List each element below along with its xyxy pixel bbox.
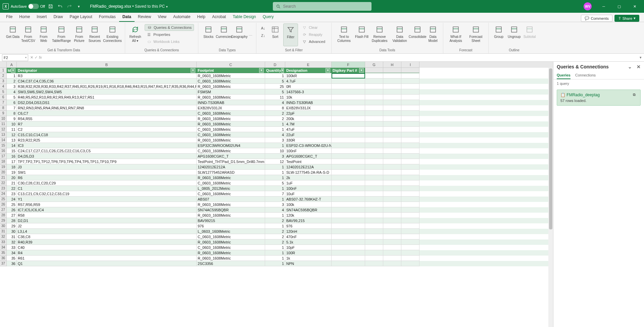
- filter-button[interactable]: Filter: [283, 23, 298, 46]
- cell[interactable]: [401, 175, 419, 180]
- cell[interactable]: [383, 239, 401, 245]
- cell[interactable]: [365, 121, 383, 127]
- cell[interactable]: [365, 148, 383, 154]
- tab-formulas[interactable]: Formulas: [96, 12, 119, 22]
- cell[interactable]: [401, 105, 419, 111]
- filter-dropdown-icon[interactable]: ▾: [359, 68, 364, 73]
- cell[interactable]: [365, 89, 383, 95]
- cell[interactable]: 36: [7, 261, 17, 266]
- table-row[interactable]: 3130L3,L4L_0603_1608Metric2120nH: [0, 229, 553, 234]
- what-if-analysis-button[interactable]: What-If Analysis: [446, 23, 465, 46]
- cell[interactable]: C_0603_1608Metric: [197, 180, 265, 186]
- cell[interactable]: R_0603_1608Metric: [197, 95, 265, 100]
- cell[interactable]: [365, 127, 383, 132]
- cell[interactable]: [401, 78, 419, 84]
- cell[interactable]: [332, 223, 365, 229]
- table-row[interactable]: 87RN2,RN3,RN5,RN4,RN6,RN1,RN7,RN8EXB28V3…: [0, 105, 553, 111]
- cell[interactable]: 34: [7, 250, 17, 256]
- cell[interactable]: APG1608CGKC_T: [285, 154, 332, 159]
- cell[interactable]: 12402012E212A: [197, 164, 265, 170]
- row-header[interactable]: 8: [0, 105, 7, 111]
- cell[interactable]: 23: [7, 191, 17, 197]
- cell[interactable]: [383, 250, 401, 256]
- cell[interactable]: [365, 95, 383, 100]
- save-icon[interactable]: [47, 3, 54, 10]
- row-header[interactable]: 17: [0, 154, 7, 159]
- row-header[interactable]: 3: [0, 78, 7, 84]
- redo-icon[interactable]: [66, 3, 73, 10]
- undo-icon[interactable]: [56, 3, 64, 10]
- cell[interactable]: [332, 261, 365, 266]
- cell[interactable]: 5: [265, 180, 285, 186]
- fx-icon[interactable]: fx: [39, 55, 42, 60]
- row-header[interactable]: 23: [0, 186, 7, 191]
- cell[interactable]: SLW12775452ARASD: [197, 170, 265, 175]
- col-header-E[interactable]: E: [285, 62, 332, 68]
- table-row[interactable]: 76DS2,DS4,DS3,DS1INND-TS30RAB4INND-TS30R…: [0, 100, 553, 105]
- cell[interactable]: 7: [265, 191, 285, 197]
- refresh-all-button[interactable]: Refresh All ▾: [128, 23, 143, 46]
- close-icon[interactable]: ✕: [627, 0, 642, 13]
- row-header[interactable]: 35: [0, 250, 7, 256]
- col-header-C[interactable]: C: [197, 62, 265, 68]
- cell[interactable]: 4: [7, 89, 17, 95]
- cell[interactable]: C40: [17, 245, 197, 250]
- cell[interactable]: [383, 105, 401, 111]
- cell[interactable]: 47uF: [285, 127, 332, 132]
- search-box[interactable]: [273, 2, 371, 11]
- cell[interactable]: [365, 207, 383, 213]
- cell[interactable]: R_0603_1608Metric: [197, 213, 265, 218]
- cell[interactable]: [365, 105, 383, 111]
- cell[interactable]: [365, 159, 383, 164]
- filename[interactable]: FMRadio_deeptag.xlsx • Saved to this PC …: [90, 4, 167, 9]
- cell[interactable]: R61: [17, 256, 197, 261]
- formula-input[interactable]: [44, 54, 637, 61]
- cell[interactable]: [383, 121, 401, 127]
- cell[interactable]: [401, 73, 419, 78]
- cell[interactable]: 5: [7, 95, 17, 100]
- cell[interactable]: 4: [265, 132, 285, 138]
- row-header[interactable]: 24: [0, 191, 7, 197]
- cell[interactable]: [365, 239, 383, 245]
- cell[interactable]: 4.7M: [285, 121, 332, 127]
- cell[interactable]: [365, 191, 383, 197]
- cell[interactable]: [365, 84, 383, 89]
- cell[interactable]: 26: [7, 207, 17, 213]
- cell[interactable]: [332, 84, 365, 89]
- cell[interactable]: [332, 197, 365, 202]
- cell[interactable]: [401, 116, 419, 121]
- cell[interactable]: [365, 218, 383, 223]
- cell[interactable]: [365, 250, 383, 256]
- cell[interactable]: C38,C8: [17, 234, 197, 239]
- cell[interactable]: 25: [7, 202, 17, 207]
- cell[interactable]: 11: [265, 95, 285, 100]
- row-header[interactable]: 9: [0, 111, 7, 116]
- cell[interactable]: R_0603_1608Metric: [197, 250, 265, 256]
- cell[interactable]: [401, 202, 419, 207]
- cell[interactable]: [401, 68, 419, 73]
- cell[interactable]: [365, 202, 383, 207]
- recent-sources-button[interactable]: Recent Sources: [87, 23, 102, 46]
- cell[interactable]: IC7,IC5,IC6,IC4: [17, 207, 197, 213]
- row-header[interactable]: 12: [0, 127, 7, 132]
- cell[interactable]: 3: [265, 138, 285, 143]
- cell[interactable]: 1: [265, 186, 285, 191]
- cell[interactable]: [365, 186, 383, 191]
- cell[interactable]: 10uF: [285, 191, 332, 197]
- tab-file[interactable]: File: [3, 12, 16, 22]
- row-header[interactable]: 1: [0, 68, 7, 73]
- col-header-F[interactable]: F: [332, 62, 365, 68]
- cell[interactable]: 2: [265, 218, 285, 223]
- flash-fill-button[interactable]: Flash Fill: [354, 23, 369, 46]
- table-row[interactable]: 2928D2,D1BAV992152BAV99,215: [0, 218, 553, 223]
- ungroup-button[interactable]: Ungroup: [507, 23, 522, 46]
- cell[interactable]: INND-TS30RAB: [197, 100, 265, 105]
- cell[interactable]: 22pF: [285, 111, 332, 116]
- cell[interactable]: [332, 154, 365, 159]
- row-header[interactable]: 26: [0, 202, 7, 207]
- cell[interactable]: C6,C7: [17, 111, 197, 116]
- cell[interactable]: [383, 73, 401, 78]
- cell[interactable]: 1: [265, 164, 285, 170]
- cell[interactable]: 8: [7, 111, 17, 116]
- cell[interactable]: 3: [7, 84, 17, 89]
